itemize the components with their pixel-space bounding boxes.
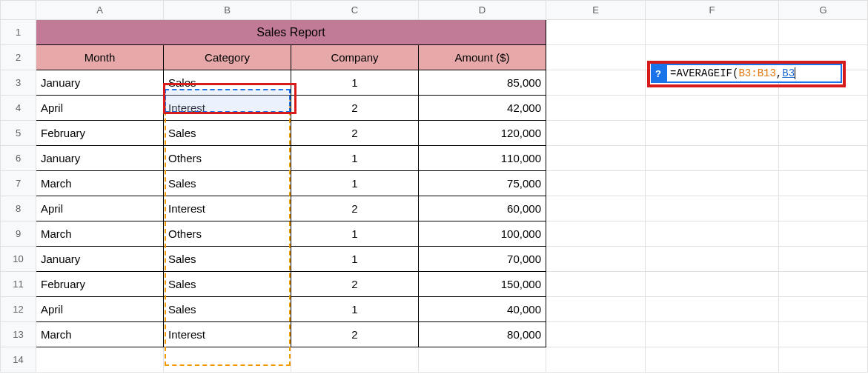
cell-D7[interactable]: 75,000	[419, 171, 546, 196]
cell-G7[interactable]	[779, 171, 868, 196]
cell-G10[interactable]	[779, 247, 868, 272]
cell-E10[interactable]	[546, 247, 646, 272]
cell-E3[interactable]	[546, 70, 646, 96]
row-7[interactable]: 7 March Sales 1 75,000	[1, 171, 868, 196]
row-header-2[interactable]: 2	[1, 45, 36, 70]
row-header-13[interactable]: 13	[1, 322, 36, 347]
cell-D8[interactable]: 60,000	[419, 196, 546, 221]
cell-A12[interactable]: April	[36, 297, 164, 322]
cell-E11[interactable]	[546, 272, 646, 297]
cell-B3[interactable]: Sales	[164, 70, 291, 96]
cell-title[interactable]: Sales Report	[36, 20, 546, 45]
cell-E8[interactable]	[546, 196, 646, 221]
cell-C6[interactable]: 1	[291, 146, 419, 171]
cell-C3[interactable]: 1	[291, 70, 419, 96]
row-header-5[interactable]: 5	[1, 121, 36, 146]
cell-G9[interactable]	[779, 221, 868, 247]
cell-A4[interactable]: April	[36, 96, 164, 121]
row-header-7[interactable]: 7	[1, 171, 36, 196]
cell-C13[interactable]: 2	[291, 322, 419, 347]
formula-help-icon[interactable]: ?	[651, 64, 666, 83]
cell-E14[interactable]	[546, 347, 646, 373]
cell-F5[interactable]	[646, 121, 779, 146]
col-header-D[interactable]: D	[419, 1, 546, 20]
cell-E7[interactable]	[546, 171, 646, 196]
cell-C5[interactable]: 2	[291, 121, 419, 146]
column-header-row[interactable]: A B C D E F G	[1, 1, 868, 20]
row-header-12[interactable]: 12	[1, 297, 36, 322]
col-header-C[interactable]: C	[291, 1, 419, 20]
cell-A10[interactable]: January	[36, 247, 164, 272]
cell-E2[interactable]	[546, 45, 646, 70]
row-13[interactable]: 13 March Interest 2 80,000	[1, 322, 868, 347]
cell-C11[interactable]: 2	[291, 272, 419, 297]
cell-F7[interactable]	[646, 171, 779, 196]
cell-D11[interactable]: 150,000	[419, 272, 546, 297]
cell-G14[interactable]	[779, 347, 868, 373]
cell-D6[interactable]: 110,000	[419, 146, 546, 171]
cell-C4[interactable]: 2	[291, 96, 419, 121]
cell-B12[interactable]: Sales	[164, 297, 291, 322]
row-14[interactable]: 14	[1, 347, 868, 373]
row-8[interactable]: 8 April Interest 2 60,000	[1, 196, 868, 221]
cell-A14[interactable]	[36, 347, 164, 373]
cell-E4[interactable]	[546, 96, 646, 121]
spreadsheet-grid[interactable]: A B C D E F G 1 Sales Report 2 Month	[0, 0, 868, 373]
cell-B10[interactable]: Sales	[164, 247, 291, 272]
cell-B11[interactable]: Sales	[164, 272, 291, 297]
row-12[interactable]: 12 April Sales 1 40,000	[1, 297, 868, 322]
formula-input[interactable]: =AVERAGEIF(B3:B13,B3	[666, 64, 842, 83]
cell-D14[interactable]	[419, 347, 546, 373]
cell-C8[interactable]: 2	[291, 196, 419, 221]
cell-G5[interactable]	[779, 121, 868, 146]
cell-A8[interactable]: April	[36, 196, 164, 221]
cell-B4[interactable]: Interest	[164, 96, 291, 121]
row-header-4[interactable]: 4	[1, 96, 36, 121]
cell-C10[interactable]: 1	[291, 247, 419, 272]
cell-D5[interactable]: 120,000	[419, 121, 546, 146]
cell-C12[interactable]: 1	[291, 297, 419, 322]
cell-D10[interactable]: 70,000	[419, 247, 546, 272]
row-header-6[interactable]: 6	[1, 146, 36, 171]
formula-editor[interactable]: ? =AVERAGEIF(B3:B13,B3	[651, 64, 842, 83]
cell-F14[interactable]	[646, 347, 779, 373]
cell-E9[interactable]	[546, 221, 646, 247]
cell-C9[interactable]: 1	[291, 221, 419, 247]
cell-A9[interactable]: March	[36, 221, 164, 247]
cell-G11[interactable]	[779, 272, 868, 297]
cell-G12[interactable]	[779, 297, 868, 322]
cell-D13[interactable]: 80,000	[419, 322, 546, 347]
row-9[interactable]: 9 March Others 1 100,000	[1, 221, 868, 247]
cell-F11[interactable]	[646, 272, 779, 297]
cell-E6[interactable]	[546, 146, 646, 171]
col-header-G[interactable]: G	[779, 1, 868, 20]
cell-G13[interactable]	[779, 322, 868, 347]
row-header-3[interactable]: 3	[1, 70, 36, 96]
cell-B13[interactable]: Interest	[164, 322, 291, 347]
cell-G4[interactable]	[779, 96, 868, 121]
cell-F13[interactable]	[646, 322, 779, 347]
cell-G8[interactable]	[779, 196, 868, 221]
cell-B5[interactable]: Sales	[164, 121, 291, 146]
cell-header-month[interactable]: Month	[36, 45, 164, 70]
cell-E1[interactable]	[546, 20, 646, 45]
col-header-B[interactable]: B	[164, 1, 291, 20]
row-header-8[interactable]: 8	[1, 196, 36, 221]
cell-F4[interactable]	[646, 96, 779, 121]
cell-F6[interactable]	[646, 146, 779, 171]
row-11[interactable]: 11 February Sales 2 150,000	[1, 272, 868, 297]
row-10[interactable]: 10 January Sales 1 70,000	[1, 247, 868, 272]
row-header-14[interactable]: 14	[1, 347, 36, 373]
row-1[interactable]: 1 Sales Report	[1, 20, 868, 45]
cell-D9[interactable]: 100,000	[419, 221, 546, 247]
row-header-10[interactable]: 10	[1, 247, 36, 272]
cell-B6[interactable]: Others	[164, 146, 291, 171]
row-4[interactable]: 4 April Interest 2 42,000	[1, 96, 868, 121]
row-header-11[interactable]: 11	[1, 272, 36, 297]
cell-header-amount[interactable]: Amount ($)	[419, 45, 546, 70]
cell-C7[interactable]: 1	[291, 171, 419, 196]
cell-header-category[interactable]: Category	[164, 45, 291, 70]
cell-B7[interactable]: Sales	[164, 171, 291, 196]
cell-G1[interactable]	[779, 20, 868, 45]
cell-C14[interactable]	[291, 347, 419, 373]
